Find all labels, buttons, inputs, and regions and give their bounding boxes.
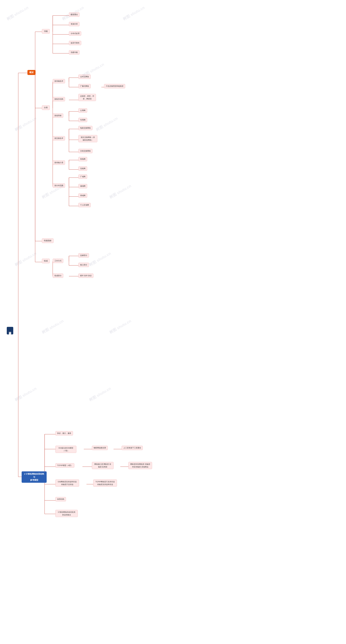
node-hexin: 核心部分: [78, 263, 89, 267]
node-youxian: 有线网: [78, 157, 87, 161]
node-gaoshu: 概述: [28, 70, 36, 75]
node-xieyi-jk-fw: 协议，接口，服务: [55, 431, 73, 436]
node-tigao: 提高可靠性: [69, 41, 81, 45]
node-guangyu: 广域网: [78, 174, 87, 179]
node-ziyong: 专用网: [78, 118, 87, 122]
node-tcpip: TCP/IP模型（4层）: [55, 463, 74, 468]
node-osi-note1: 物联网淑惠试用: [92, 446, 108, 450]
node-antuopu: 按拓扑结构: [53, 97, 65, 101]
node-jisuanji-gecenji: 计算机网络的各层及其协议的集合: [55, 510, 78, 517]
node-zuchengbufen: 组成部分: [53, 274, 63, 278]
node-gongyong: 公用网: [78, 108, 87, 113]
node-tcpip-layers: 网络接口层 网际层 传输层 应用层: [92, 462, 114, 469]
node-shujutongxin: 数据通信: [69, 12, 80, 17]
node-anchuan: 按传输技术: [53, 79, 65, 83]
node-osi-note2: 上三层资源下三层通信: [122, 446, 143, 450]
node-osi: ISO提出的OSI模型（7层）: [55, 446, 76, 453]
node-yingjian: 硬件 软件 协议: [78, 274, 93, 278]
node-anyonghu: 按使用者: [53, 114, 63, 118]
node-tcpip-lian: TCPIP网络层只支持非连传输层支持连和非连: [93, 480, 117, 487]
node-anfanwei: 按分布范围: [53, 184, 65, 188]
node-ziyuan: 资源共享: [69, 22, 80, 26]
node-osi-lian: OSI网络层支持连和非连传输层只支持连: [55, 480, 79, 487]
node-gongneng: 功能: [42, 29, 50, 34]
node-wuxian: 无线网: [78, 166, 87, 171]
node-baowenjh: 报文交换网络（存储转发网络）: [78, 135, 97, 142]
node-guangbo-note: 只包含物理层和链路层: [104, 84, 125, 88]
node-jisuan: 2 计算机网络体系结构与参考模型: [22, 472, 47, 483]
node-juyu: 局域网: [78, 194, 87, 198]
node-zongxian: 总线型，星型，环形，网状型: [78, 94, 96, 101]
node-fuzhe: 负载均衡: [69, 50, 80, 54]
node-dianlujh: 电路交换网络: [78, 126, 93, 130]
node-zucheng: 组成: [42, 259, 50, 263]
mindmap: 计网结构 概述 2 计算机网络体系结构与参考模型 功能 分类 性能指标 组成 数…: [3, 6, 343, 640]
node-fenbushi: 分布式处理: [69, 31, 81, 36]
node-diandui: 点对点网络: [78, 74, 91, 79]
node-xingneng: 性能指标: [42, 238, 54, 243]
node-tixijiegou: 体系结构: [55, 497, 66, 501]
node-chengyu: 城域网: [78, 184, 87, 188]
node-bianyuan: 边缘部分: [78, 253, 89, 258]
root-node: 计网结构: [7, 327, 13, 334]
node-fenlei: 分类: [42, 105, 50, 110]
page-container: 树图 shutu.cn 树图 shutu.cn 树图 shutu.cn 树图 s…: [0, 0, 346, 644]
node-gongzuofangshi: 工作方式: [53, 259, 63, 263]
node-geren: 个人区域网: [78, 203, 91, 207]
node-guangbo: 广播式网络: [78, 84, 91, 88]
node-anjiaohuan: 按交换技术: [53, 136, 65, 140]
node-tcpip-note: 网际层对应网络层 传输层对应传输层 其他两边: [128, 462, 152, 469]
node-fenzujh: 分组交换网络: [78, 149, 93, 153]
node-anchuanjie: 按传输介质: [53, 160, 65, 165]
